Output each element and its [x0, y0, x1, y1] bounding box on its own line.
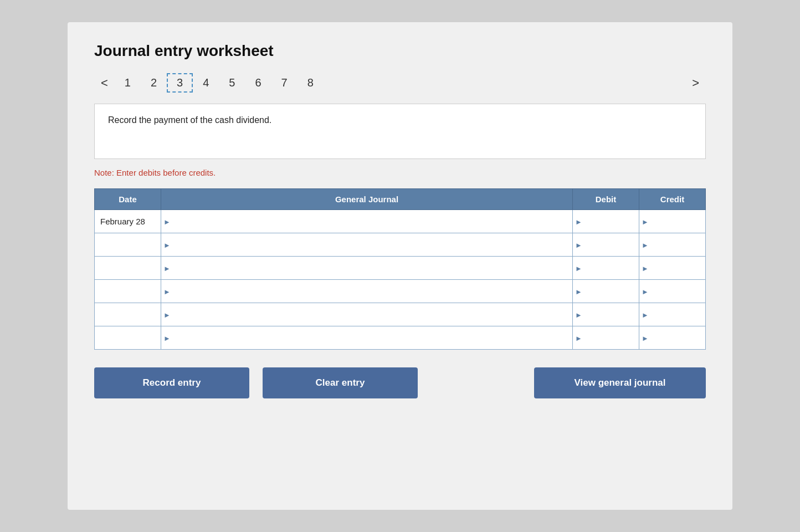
next-arrow[interactable]: >: [685, 74, 706, 93]
credit-cell-1[interactable]: ►: [639, 210, 706, 233]
page-num-8[interactable]: 8: [298, 73, 324, 93]
credit-input-6[interactable]: [639, 326, 705, 349]
table-row: ► ► ►: [95, 280, 706, 303]
table-row: ► ► ►: [95, 257, 706, 280]
clear-entry-button[interactable]: Clear entry: [263, 367, 418, 398]
credit-input-3[interactable]: [639, 257, 705, 279]
record-entry-button[interactable]: Record entry: [94, 367, 249, 398]
page-num-6[interactable]: 6: [245, 73, 271, 93]
debit-input-1[interactable]: [573, 210, 639, 233]
credit-input-1[interactable]: [639, 210, 705, 233]
table-row: ► ► ►: [95, 303, 706, 326]
journal-input-3[interactable]: [161, 257, 572, 279]
main-container: Journal entry worksheet < 1 2 3 4 5 6 7 …: [68, 22, 732, 510]
date-cell-5: [95, 303, 161, 326]
journal-cell-3[interactable]: ►: [161, 257, 573, 280]
journal-input-4[interactable]: [161, 280, 572, 303]
journal-input-2[interactable]: [161, 233, 572, 256]
date-cell-4: [95, 280, 161, 303]
header-general-journal: General Journal: [161, 189, 573, 210]
journal-table: Date General Journal Debit Credit Februa…: [94, 188, 706, 350]
date-cell-6: [95, 326, 161, 350]
date-value-1: February 28: [100, 217, 145, 226]
pagination: < 1 2 3 4 5 6 7 8 >: [94, 73, 706, 93]
debit-input-6[interactable]: [573, 326, 639, 349]
credit-input-4[interactable]: [639, 280, 705, 303]
debit-input-5[interactable]: [573, 303, 639, 326]
page-num-5[interactable]: 5: [219, 73, 245, 93]
debit-input-2[interactable]: [573, 233, 639, 256]
header-credit: Credit: [639, 189, 706, 210]
credit-input-5[interactable]: [639, 303, 705, 326]
description-box: Record the payment of the cash dividend.: [94, 104, 706, 159]
debit-input-4[interactable]: [573, 280, 639, 303]
credit-cell-6[interactable]: ►: [639, 326, 706, 350]
debit-cell-3[interactable]: ►: [573, 257, 639, 280]
table-row: February 28 ► ► ►: [95, 210, 706, 233]
page-num-3[interactable]: 3: [167, 73, 193, 93]
date-cell-3: [95, 257, 161, 280]
view-general-journal-button[interactable]: View general journal: [534, 367, 706, 398]
debit-cell-4[interactable]: ►: [573, 280, 639, 303]
date-cell-2: [95, 233, 161, 257]
table-row: ► ► ►: [95, 233, 706, 257]
table-row: ► ► ►: [95, 326, 706, 350]
credit-cell-3[interactable]: ►: [639, 257, 706, 280]
header-date: Date: [95, 189, 161, 210]
credit-cell-2[interactable]: ►: [639, 233, 706, 257]
debit-input-3[interactable]: [573, 257, 639, 279]
credit-cell-5[interactable]: ►: [639, 303, 706, 326]
debit-cell-5[interactable]: ►: [573, 303, 639, 326]
journal-cell-5[interactable]: ►: [161, 303, 573, 326]
page-num-2[interactable]: 2: [141, 73, 167, 93]
journal-cell-6[interactable]: ►: [161, 326, 573, 350]
header-debit: Debit: [573, 189, 639, 210]
journal-cell-2[interactable]: ►: [161, 233, 573, 257]
page-num-4[interactable]: 4: [193, 73, 219, 93]
page-title: Journal entry worksheet: [94, 42, 706, 60]
journal-input-6[interactable]: [161, 326, 572, 349]
date-cell-1: February 28: [95, 210, 161, 233]
page-num-1[interactable]: 1: [115, 73, 141, 93]
journal-cell-1[interactable]: ►: [161, 210, 573, 233]
credit-input-2[interactable]: [639, 233, 705, 256]
buttons-row: Record entry Clear entry View general jo…: [94, 367, 706, 398]
prev-arrow[interactable]: <: [94, 74, 115, 93]
credit-cell-4[interactable]: ►: [639, 280, 706, 303]
description-text: Record the payment of the cash dividend.: [108, 115, 271, 125]
debit-cell-2[interactable]: ►: [573, 233, 639, 257]
debit-cell-6[interactable]: ►: [573, 326, 639, 350]
journal-cell-4[interactable]: ►: [161, 280, 573, 303]
page-num-7[interactable]: 7: [271, 73, 298, 93]
debit-cell-1[interactable]: ►: [573, 210, 639, 233]
note-text: Note: Enter debits before credits.: [94, 168, 706, 177]
journal-input-1[interactable]: [161, 210, 572, 233]
journal-input-5[interactable]: [161, 303, 572, 326]
